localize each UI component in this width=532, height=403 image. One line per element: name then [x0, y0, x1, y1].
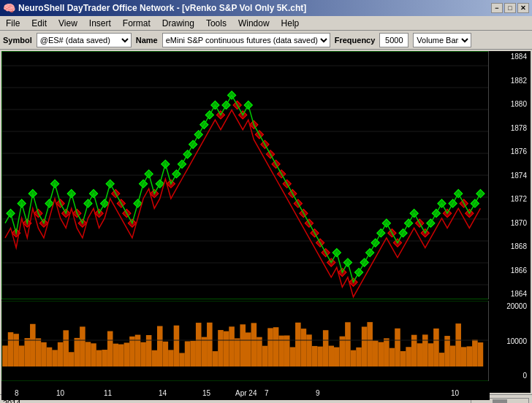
y-label-1884: 1884	[490, 53, 529, 61]
title-left: 🧠 NeuroShell DayTrader Office Network - …	[3, 2, 306, 14]
menu-tools[interactable]: Tools	[200, 16, 232, 30]
symbol-select[interactable]: @ES# (data saved)	[37, 33, 132, 47]
menu-edit[interactable]: Edit	[26, 16, 53, 30]
y-label-1868: 1868	[490, 242, 529, 250]
menu-insert[interactable]: Insert	[83, 16, 117, 30]
y-label-1874: 1874	[490, 172, 529, 180]
y-axis-main: 1884 1882 1880 1878 1876 1874 1872 1870 …	[488, 51, 531, 299]
y-label-1882: 1882	[490, 77, 529, 85]
frequency-label: Frequency	[335, 36, 376, 45]
maximize-button[interactable]: □	[504, 3, 516, 13]
y-vol-0: 0	[490, 372, 529, 380]
y-label-1872: 1872	[490, 195, 529, 203]
name-select[interactable]: eMini S&P continuous futures (data saved…	[162, 33, 330, 47]
x-axis	[1, 383, 490, 398]
menu-help[interactable]: Help	[276, 16, 305, 30]
toolbar: Symbol @ES# (data saved) Name eMini S&P …	[0, 31, 532, 50]
name-label: Name	[136, 36, 158, 45]
y-label-1866: 1866	[490, 266, 529, 275]
menu-view[interactable]: View	[53, 16, 83, 30]
title-bar: 🧠 NeuroShell DayTrader Office Network - …	[0, 0, 532, 16]
menu-window[interactable]: Window	[232, 16, 276, 30]
y-vol-20000: 20000	[490, 302, 529, 310]
y-label-1880: 1880	[490, 100, 529, 108]
menu-format[interactable]: Format	[117, 16, 156, 30]
volume-chart-canvas[interactable]	[1, 301, 490, 381]
x-axis-canvas	[1, 385, 490, 400]
app-title: NeuroShell DayTrader Office Network - [v…	[18, 3, 306, 13]
y-vol-10000: 10000	[490, 337, 529, 345]
y-axis-volume: 20000 10000 0	[488, 301, 531, 381]
title-buttons: − □ ✕	[491, 3, 529, 13]
y-label-1876: 1876	[490, 147, 529, 156]
app-icon: 🧠	[3, 2, 15, 14]
symbol-label: Symbol	[3, 36, 32, 45]
main-chart-canvas[interactable]	[1, 51, 490, 299]
close-button[interactable]: ✕	[517, 3, 529, 13]
y-label-1870: 1870	[490, 219, 529, 227]
frequency-input[interactable]	[379, 33, 408, 47]
menu-file[interactable]: File	[0, 16, 26, 30]
y-label-1878: 1878	[490, 124, 529, 132]
menu-bar: File Edit View Insert Format Drawing Too…	[0, 16, 532, 31]
chart-container: 3,2,1 vRenko High 3,2,1 vRenko Low 3,2,1…	[1, 51, 531, 393]
minimize-button[interactable]: −	[491, 3, 503, 13]
menu-drawing[interactable]: Drawing	[156, 16, 200, 30]
bar-type-select[interactable]: Volume Bars	[413, 33, 471, 47]
y-label-1864: 1864	[490, 290, 529, 298]
